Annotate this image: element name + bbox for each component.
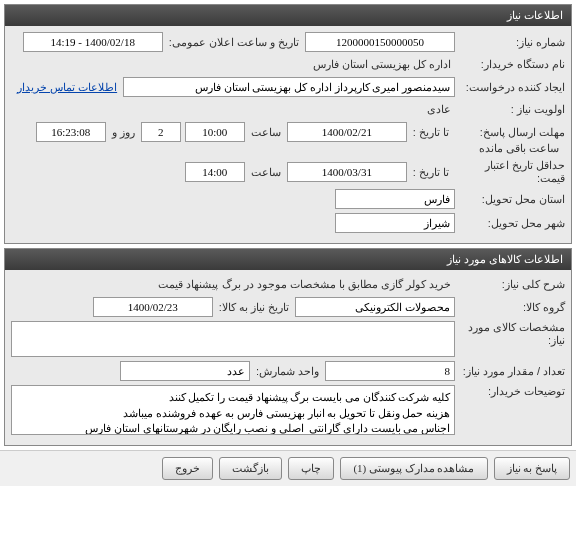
goods-info-panel: اطلاعات کالاهای مورد نیاز شرح کلی نیاز: … — [4, 248, 572, 446]
buyer-notes-textarea[interactable] — [11, 385, 455, 435]
quantity-label: تعداد / مقدار مورد نیاز: — [455, 365, 565, 378]
min-valid-date-field[interactable] — [287, 162, 407, 182]
quantity-field[interactable] — [325, 361, 455, 381]
deadline-label: مهلت ارسال پاسخ: — [455, 126, 565, 139]
delivery-province-field[interactable] — [335, 189, 455, 209]
need-number-field[interactable] — [305, 32, 455, 52]
min-valid-label: حداقل تاریخ اعتبار قیمت: — [455, 159, 565, 185]
delivery-city-field[interactable] — [335, 213, 455, 233]
general-desc-value: خرید کولر گازی مطابق با مشخصات موجود در … — [154, 276, 455, 293]
goods-spec-label: مشخصات کالای مورد نیاز: — [455, 321, 565, 347]
min-valid-time-label: ساعت — [245, 166, 287, 179]
unit-field[interactable] — [120, 361, 250, 381]
min-valid-time-field[interactable] — [185, 162, 245, 182]
unit-label: واحد شمارش: — [250, 365, 325, 378]
deadline-to-label: تا تاریخ : — [407, 126, 455, 139]
priority-value: عادی — [423, 101, 455, 118]
remaining-time-field[interactable] — [36, 122, 106, 142]
buyer-notes-label: توضیحات خریدار: — [455, 385, 565, 398]
buyer-contact-link[interactable]: اطلاعات تماس خریدار — [11, 81, 123, 94]
respond-button[interactable]: پاسخ به نیاز — [494, 457, 571, 480]
goods-spec-textarea[interactable] — [11, 321, 455, 357]
need-info-body: شماره نیاز: تاریخ و ساعت اعلان عمومی: نا… — [5, 26, 571, 243]
general-desc-label: شرح کلی نیاز: — [455, 278, 565, 291]
action-button-bar: پاسخ به نیاز مشاهده مدارک پیوستی (1) چاپ… — [0, 450, 576, 486]
goods-info-body: شرح کلی نیاز: خرید کولر گازی مطابق با مش… — [5, 270, 571, 445]
days-and-label: روز و — [106, 126, 141, 139]
delivery-city-label: شهر محل تحویل: — [455, 217, 565, 230]
remaining-label: ساعت باقی مانده — [473, 142, 565, 155]
print-button[interactable]: چاپ — [288, 457, 334, 480]
publish-date-field[interactable] — [23, 32, 163, 52]
requester-label: ایجاد کننده درخواست: — [455, 81, 565, 94]
goods-group-label: گروه کالا: — [455, 301, 565, 314]
buyer-org-value: اداره کل بهزیستی استان فارس — [309, 56, 455, 73]
deadline-time-label: ساعت — [245, 126, 287, 139]
need-by-date-label: تاریخ نیاز به کالا: — [213, 301, 295, 314]
deadline-time-field[interactable] — [185, 122, 245, 142]
exit-button[interactable]: خروج — [162, 457, 213, 480]
delivery-province-label: استان محل تحویل: — [455, 193, 565, 206]
goods-group-field[interactable] — [295, 297, 455, 317]
requester-field[interactable] — [123, 77, 455, 97]
priority-label: اولویت نیاز : — [455, 103, 565, 116]
deadline-date-field[interactable] — [287, 122, 407, 142]
panel-title-need-info: اطلاعات نیاز — [5, 5, 571, 26]
need-info-panel: اطلاعات نیاز شماره نیاز: تاریخ و ساعت اع… — [4, 4, 572, 244]
back-button[interactable]: بازگشت — [219, 457, 282, 480]
need-by-date-field[interactable] — [93, 297, 213, 317]
publish-date-label: تاریخ و ساعت اعلان عمومی: — [163, 36, 305, 49]
need-number-label: شماره نیاز: — [455, 36, 565, 49]
panel-title-goods-info: اطلاعات کالاهای مورد نیاز — [5, 249, 571, 270]
remaining-days-field[interactable] — [141, 122, 181, 142]
buyer-org-label: نام دستگاه خریدار: — [455, 58, 565, 71]
view-attachments-button[interactable]: مشاهده مدارک پیوستی (1) — [340, 457, 487, 480]
min-valid-to-label: تا تاریخ : — [407, 166, 455, 179]
